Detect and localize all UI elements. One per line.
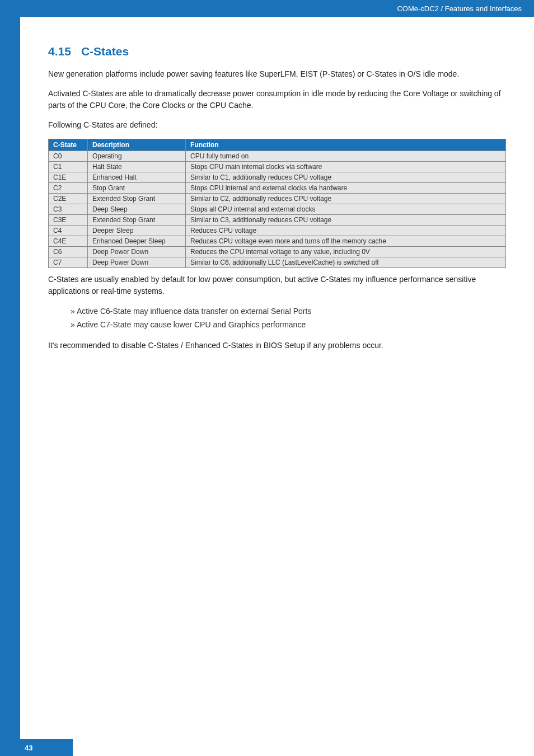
cell-cstate: C4E	[49, 236, 88, 247]
after-table-para: C-States are usually enabled by default …	[48, 274, 506, 297]
cell-cstate: C4	[49, 226, 88, 236]
breadcrumb: COMe-cDC2 / Features and Interfaces	[397, 4, 522, 13]
section-title: C-States	[81, 45, 129, 58]
cell-func: Reduces CPU voltage	[186, 226, 506, 236]
cell-desc: Deeper Sleep	[88, 226, 186, 236]
cell-func: Stops CPU main internal clocks via softw…	[186, 162, 506, 172]
page-number: 43	[0, 739, 73, 756]
cell-desc: Deep Sleep	[88, 204, 186, 215]
col-function: Function	[186, 139, 506, 151]
cell-desc: Stop Grant	[88, 183, 186, 194]
col-description: Description	[88, 139, 186, 151]
cell-cstate: C7	[49, 257, 88, 268]
cell-func: CPU fully turned on	[186, 151, 506, 162]
header-bar: COMe-cDC2 / Features and Interfaces	[0, 0, 534, 17]
cell-desc: Deep Power Down	[88, 247, 186, 257]
bullet-list: Active C6-State may influence data trans…	[71, 305, 506, 332]
cell-cstate: C3E	[49, 215, 88, 226]
table-row: C4EEnhanced Deeper SleepReduces CPU volt…	[49, 236, 506, 247]
page-content: 4.15C-States New generation platforms in…	[20, 17, 534, 756]
intro-para-1: New generation platforms include power s…	[48, 68, 506, 80]
table-header-row: C-State Description Function	[49, 139, 506, 151]
table-row: C2EExtended Stop GrantSimilar to C2, add…	[49, 194, 506, 204]
cell-desc: Halt State	[88, 162, 186, 172]
cell-cstate: C2	[49, 183, 88, 194]
cell-cstate: C1	[49, 162, 88, 172]
cell-desc: Extended Stop Grant	[88, 194, 186, 204]
side-bar	[0, 17, 20, 756]
cell-desc: Extended Stop Grant	[88, 215, 186, 226]
closing-para: It's recommended to disable C-States / E…	[48, 340, 506, 351]
cell-desc: Deep Power Down	[88, 257, 186, 268]
intro-para-3: Following C-States are defined:	[48, 119, 506, 131]
list-item: Active C6-State may influence data trans…	[71, 305, 506, 318]
cell-func: Stops CPU internal and external clocks v…	[186, 183, 506, 194]
table-row: C1EEnhanced HaltSimilar to C1, additiona…	[49, 172, 506, 183]
c-states-table: C-State Description Function C0Operating…	[48, 139, 506, 268]
cell-func: Similar to C3, additionally reduces CPU …	[186, 215, 506, 226]
table-row: C0OperatingCPU fully turned on	[49, 151, 506, 162]
cell-desc: Operating	[88, 151, 186, 162]
table-row: C7Deep Power DownSimilar to C6, addition…	[49, 257, 506, 268]
section-number: 4.15	[48, 45, 71, 58]
table-row: C3EExtended Stop GrantSimilar to C3, add…	[49, 215, 506, 226]
cell-cstate: C0	[49, 151, 88, 162]
cell-func: Reduces the CPU internal voltage to any …	[186, 247, 506, 257]
cell-cstate: C2E	[49, 194, 88, 204]
cell-desc: Enhanced Halt	[88, 172, 186, 183]
table-row: C1Halt StateStops CPU main internal cloc…	[49, 162, 506, 172]
cell-desc: Enhanced Deeper Sleep	[88, 236, 186, 247]
cell-cstate: C1E	[49, 172, 88, 183]
table-row: C2Stop GrantStops CPU internal and exter…	[49, 183, 506, 194]
list-item: Active C7-State may cause lower CPU and …	[71, 318, 506, 332]
footer: 43	[0, 739, 534, 756]
cell-cstate: C6	[49, 247, 88, 257]
cell-func: Reduces CPU voltage even more and turns …	[186, 236, 506, 247]
table-row: C4Deeper SleepReduces CPU voltage	[49, 226, 506, 236]
intro-para-2: Activated C-States are able to dramatica…	[48, 88, 506, 111]
cell-func: Stops all CPU internal and external cloc…	[186, 204, 506, 215]
cell-func: Similar to C2, additionally reduces CPU …	[186, 194, 506, 204]
cell-func: Similar to C6, additionally LLC (LastLev…	[186, 257, 506, 268]
section-heading: 4.15C-States	[48, 45, 506, 58]
table-row: C6Deep Power DownReduces the CPU interna…	[49, 247, 506, 257]
cell-func: Similar to C1, additionally reduces CPU …	[186, 172, 506, 183]
cell-cstate: C3	[49, 204, 88, 215]
col-cstate: C-State	[49, 139, 88, 151]
table-row: C3Deep SleepStops all CPU internal and e…	[49, 204, 506, 215]
